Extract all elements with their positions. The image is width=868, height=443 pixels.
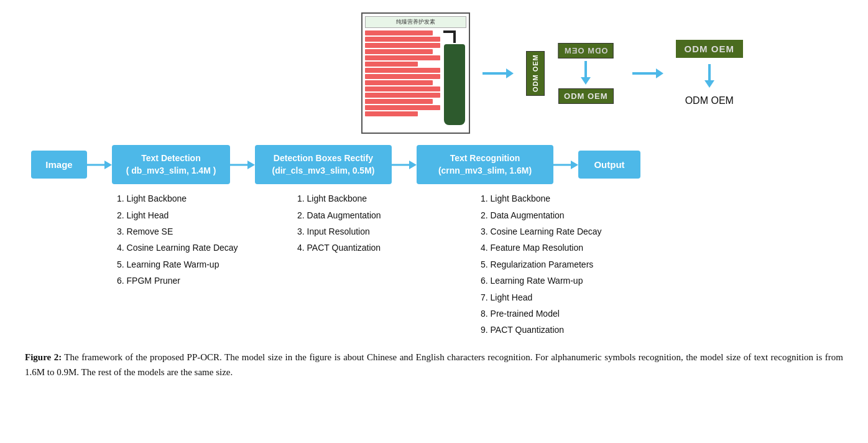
tr-item-1: 1. Light Backbone bbox=[481, 192, 662, 205]
text-line bbox=[365, 43, 440, 48]
text-line bbox=[365, 80, 433, 85]
tr-item-6: 6. Learning Rate Warm-up bbox=[481, 274, 662, 287]
pipeline-arrow-1 bbox=[87, 159, 112, 171]
tr-item-8: 8. Pre-trained Model bbox=[481, 307, 662, 320]
recognized-output: ODM OEM ODM OEM bbox=[676, 40, 743, 106]
pipeline-arrow-3 bbox=[392, 159, 417, 171]
tr-item-5: 5. Regularization Parameters bbox=[481, 258, 662, 271]
recognized-text: ODM OEM bbox=[685, 95, 734, 106]
spacer-image bbox=[31, 192, 112, 337]
db-item-2: 2. Data Augmentation bbox=[297, 208, 476, 222]
ocr-stacked: ODM OEM ODM OEM bbox=[558, 43, 614, 104]
pipeline-arrow-4 bbox=[553, 159, 578, 171]
arrow-to-recognized bbox=[632, 67, 663, 80]
td-item-2: 2. Light Head bbox=[117, 208, 292, 222]
text-detection-line1: Text Detection bbox=[121, 152, 221, 165]
recognized-box: ODM OEM bbox=[676, 40, 743, 58]
db-item-1: 1. Light Backbone bbox=[297, 192, 476, 205]
ocr-box-normal: ODM OEM bbox=[558, 88, 614, 104]
full-diagram: 纯臻营养护发素 bbox=[25, 12, 843, 337]
tr-item-7: 7. Light Head bbox=[481, 291, 662, 304]
db-item-3: 3. Input Resolution bbox=[297, 225, 476, 238]
pipeline-row: Image Text Detection ( db_mv3_slim, 1.4M… bbox=[25, 145, 843, 184]
details-row: 1. Light Backbone 2. Light Head 3. Remov… bbox=[25, 192, 843, 337]
text-detection-details: 1. Light Backbone 2. Light Head 3. Remov… bbox=[112, 192, 292, 337]
caption-text: The framework of the proposed PP-OCR. Th… bbox=[25, 352, 843, 377]
text-line bbox=[365, 62, 418, 67]
ocr-box-flipped: ODM OEM bbox=[558, 43, 614, 58]
text-line bbox=[365, 111, 418, 116]
product-content bbox=[365, 30, 466, 125]
text-line bbox=[365, 86, 440, 91]
figure-caption: Figure 2: The framework of the proposed … bbox=[25, 350, 843, 380]
text-line bbox=[365, 55, 440, 60]
text-recognition-details: 1. Light Backbone 2. Data Augmentation 3… bbox=[476, 192, 662, 337]
arrow-to-ocr bbox=[482, 67, 514, 80]
tr-item-4: 4. Feature Map Resolution bbox=[481, 241, 662, 254]
arrow-down-1 bbox=[579, 61, 592, 86]
tr-item-9: 9. PACT Quantization bbox=[481, 323, 662, 337]
text-line bbox=[365, 99, 433, 104]
output-box: Output bbox=[578, 151, 640, 179]
detection-boxes-line1: Detection Boxes Rectify bbox=[264, 152, 383, 165]
text-line bbox=[365, 93, 440, 98]
text-line bbox=[365, 74, 440, 79]
td-item-1: 1. Light Backbone bbox=[117, 192, 292, 205]
db-item-4: 4. PACT Quantization bbox=[297, 241, 476, 254]
detection-boxes-line2: (dir_cls_mv3_slim, 0.5M) bbox=[264, 165, 383, 177]
text-line bbox=[365, 68, 440, 73]
product-image: 纯臻营养护发素 bbox=[361, 12, 470, 134]
image-box: Image bbox=[31, 151, 87, 179]
pump-head bbox=[443, 30, 456, 33]
tr-item-2: 2. Data Augmentation bbox=[481, 208, 662, 222]
td-item-4: 4. Cosine Learning Rate Decay bbox=[117, 241, 292, 254]
bottle-body bbox=[444, 44, 465, 125]
bottle bbox=[443, 30, 466, 125]
text-line bbox=[365, 49, 433, 54]
text-line bbox=[365, 105, 440, 110]
caption-label: Figure 2: bbox=[25, 352, 62, 362]
td-item-6: 6. FPGM Pruner bbox=[117, 274, 292, 287]
text-line bbox=[365, 37, 440, 42]
ocr-box-rotated: ODM OEM bbox=[526, 51, 545, 96]
text-detection-line2: ( db_mv3_slim, 1.4M ) bbox=[121, 165, 221, 177]
detection-boxes-box: Detection Boxes Rectify (dir_cls_mv3_sli… bbox=[255, 145, 392, 184]
text-recognition-box: Text Recognition (crnn_mv3_slim, 1.6M) bbox=[417, 145, 553, 184]
tr-item-3: 3. Cosine Learning Rate Decay bbox=[481, 225, 662, 238]
text-lines bbox=[365, 30, 440, 125]
arrow-down-2 bbox=[703, 64, 716, 89]
pipeline-arrow-2 bbox=[230, 159, 255, 171]
ocr-intermediate: ODM OEM ODM OEM ODM OEM bbox=[526, 43, 620, 104]
detection-boxes-details: 1. Light Backbone 2. Data Augmentation 3… bbox=[292, 192, 476, 337]
td-item-3: 3. Remove SE bbox=[117, 225, 292, 238]
product-title: 纯臻营养护发素 bbox=[365, 16, 466, 28]
top-visual: 纯臻营养护发素 bbox=[124, 12, 868, 134]
text-recognition-line2: (crnn_mv3_slim, 1.6M) bbox=[425, 165, 545, 177]
text-detection-box: Text Detection ( db_mv3_slim, 1.4M ) bbox=[112, 145, 230, 184]
text-recognition-line1: Text Recognition bbox=[425, 152, 545, 165]
text-line bbox=[365, 30, 433, 35]
td-item-5: 5. Learning Rate Warm-up bbox=[117, 258, 292, 271]
